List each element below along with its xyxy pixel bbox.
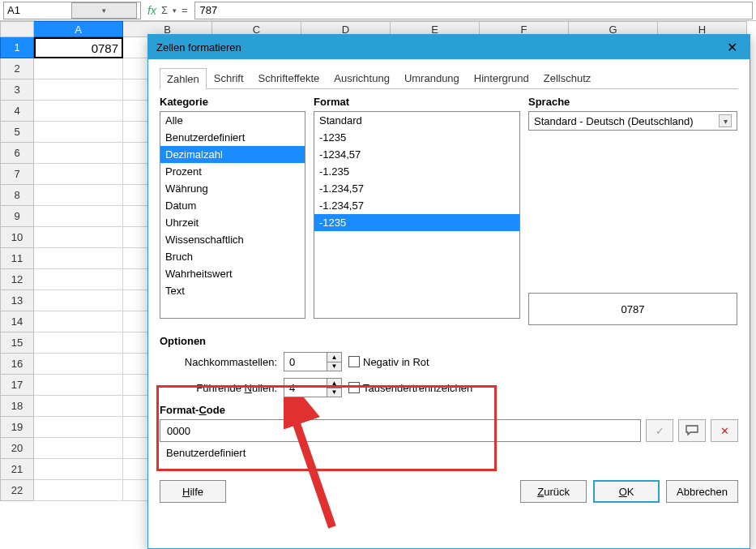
cell[interactable]	[34, 185, 123, 206]
kategorie-item[interactable]: Prozent	[160, 163, 305, 180]
tab-ausrichtung[interactable]: Ausrichtung	[327, 67, 397, 88]
formatcode-input[interactable]: 0000	[160, 419, 641, 442]
format-item[interactable]: -1.234,57	[314, 180, 519, 197]
row-header[interactable]: 3	[0, 79, 34, 101]
kategorie-item[interactable]: Bruch	[160, 248, 305, 265]
row-header[interactable]: 1	[0, 37, 34, 58]
cell[interactable]	[34, 417, 123, 438]
cell[interactable]	[34, 122, 123, 143]
tab-schrift[interactable]: Schrift	[207, 67, 251, 88]
row-header[interactable]: 21	[0, 459, 34, 480]
language-select[interactable]: Standard - Deutsch (Deutschland) ▾	[528, 111, 737, 131]
format-item[interactable]: -1.234,57	[314, 197, 519, 214]
nullen-input[interactable]	[284, 379, 327, 397]
row-header[interactable]: 17	[0, 375, 34, 396]
kategorie-item[interactable]: Uhrzeit	[160, 214, 305, 231]
kategorie-item[interactable]: Datum	[160, 197, 305, 214]
cell[interactable]	[34, 480, 123, 501]
tausender-checkbox[interactable]: Tausendertrennzeichen	[348, 382, 472, 394]
cell[interactable]	[34, 311, 123, 332]
dialog-titlebar[interactable]: Zellen formatieren ✕	[148, 35, 750, 59]
ok-button[interactable]: OK	[593, 480, 660, 503]
tab-hintergrund[interactable]: Hintergrund	[467, 67, 536, 88]
cell[interactable]	[34, 290, 123, 311]
row-header[interactable]: 11	[0, 248, 34, 269]
nullen-spinner[interactable]: ▲▼	[284, 378, 342, 397]
cell[interactable]	[34, 438, 123, 459]
hilfe-button[interactable]: Hilfe	[160, 480, 226, 503]
row-header[interactable]: 7	[0, 164, 34, 185]
sigma-icon[interactable]: Σ	[161, 4, 168, 16]
cell[interactable]	[34, 164, 123, 185]
row-header[interactable]: 13	[0, 290, 34, 311]
tab-zahlen[interactable]: Zahlen	[160, 68, 207, 89]
equals-icon[interactable]: =	[182, 4, 188, 16]
tab-umrandung[interactable]: Umrandung	[397, 67, 467, 88]
sigma-dropdown-icon[interactable]: ▾	[173, 6, 177, 15]
kategorie-item[interactable]: Dezimalzahl	[160, 146, 305, 163]
spinner-down-icon[interactable]: ▼	[327, 362, 341, 371]
delete-icon[interactable]: ✕	[711, 419, 738, 442]
format-item[interactable]: Standard	[314, 112, 519, 129]
spinner-down-icon[interactable]: ▼	[327, 388, 341, 397]
spinner-up-icon[interactable]: ▲	[327, 379, 341, 388]
col-header-a[interactable]: A	[34, 21, 123, 37]
kategorie-item[interactable]: Alle	[160, 112, 305, 129]
cell[interactable]	[34, 143, 123, 164]
cell[interactable]	[34, 79, 123, 101]
row-header[interactable]: 18	[0, 396, 34, 417]
tab-zellschutz[interactable]: Zellschutz	[536, 67, 599, 88]
cell[interactable]	[34, 227, 123, 248]
name-box[interactable]: A1 ▾	[3, 2, 141, 19]
cell[interactable]	[34, 396, 123, 417]
row-header[interactable]: 19	[0, 417, 34, 438]
cell[interactable]	[34, 101, 123, 122]
formula-input[interactable]: 787	[194, 2, 753, 19]
row-header[interactable]: 9	[0, 206, 34, 227]
kategorie-item[interactable]: Benutzerdefiniert	[160, 129, 305, 146]
cell[interactable]: 0787	[34, 37, 123, 58]
cell[interactable]	[34, 332, 123, 354]
apply-icon[interactable]: ✓	[646, 419, 673, 442]
row-header[interactable]: 8	[0, 185, 34, 206]
format-item[interactable]: -1235	[314, 214, 519, 231]
row-header[interactable]: 5	[0, 122, 34, 143]
cell[interactable]	[34, 354, 123, 375]
cell[interactable]	[34, 269, 123, 290]
tab-schrifteffekte[interactable]: Schrifteffekte	[251, 67, 327, 88]
row-header[interactable]: 6	[0, 143, 34, 164]
fx-icon[interactable]: fx	[147, 4, 156, 17]
cell[interactable]	[34, 58, 123, 79]
comment-icon[interactable]	[678, 419, 706, 442]
format-listbox[interactable]: Standard-1235-1234,57-1.235-1.234,57-1.2…	[314, 111, 520, 319]
cell[interactable]	[34, 206, 123, 227]
negativ-checkbox[interactable]: Negativ in Rot	[348, 356, 429, 368]
kategorie-item[interactable]: Währung	[160, 180, 305, 197]
row-header[interactable]: 10	[0, 227, 34, 248]
row-header[interactable]: 12	[0, 269, 34, 290]
kategorie-item[interactable]: Wahrheitswert	[160, 265, 305, 282]
row-header[interactable]: 14	[0, 311, 34, 332]
row-header[interactable]: 22	[0, 480, 34, 501]
row-header[interactable]: 15	[0, 332, 34, 354]
format-item[interactable]: -1235	[314, 129, 519, 146]
row-header[interactable]: 2	[0, 58, 34, 79]
kategorie-item[interactable]: Text	[160, 282, 305, 299]
nachkomma-spinner[interactable]: ▲▼	[284, 352, 342, 371]
row-header[interactable]: 20	[0, 438, 34, 459]
kategorie-item[interactable]: Wissenschaftlich	[160, 231, 305, 248]
kategorie-listbox[interactable]: AlleBenutzerdefiniertDezimalzahlProzentW…	[160, 111, 305, 319]
abbrechen-button[interactable]: Abbrechen	[666, 480, 738, 503]
cell[interactable]	[34, 248, 123, 269]
format-item[interactable]: -1.235	[314, 163, 519, 180]
row-header[interactable]: 16	[0, 354, 34, 375]
cell[interactable]	[34, 459, 123, 480]
spinner-up-icon[interactable]: ▲	[327, 353, 341, 362]
name-box-dropdown-icon[interactable]: ▾	[71, 2, 137, 19]
format-item[interactable]: -1234,57	[314, 146, 519, 163]
row-header[interactable]: 4	[0, 101, 34, 122]
select-all-corner[interactable]	[0, 21, 34, 37]
close-icon[interactable]: ✕	[722, 37, 741, 57]
zurueck-button[interactable]: Zurück	[520, 480, 587, 503]
nachkomma-input[interactable]	[284, 353, 327, 371]
